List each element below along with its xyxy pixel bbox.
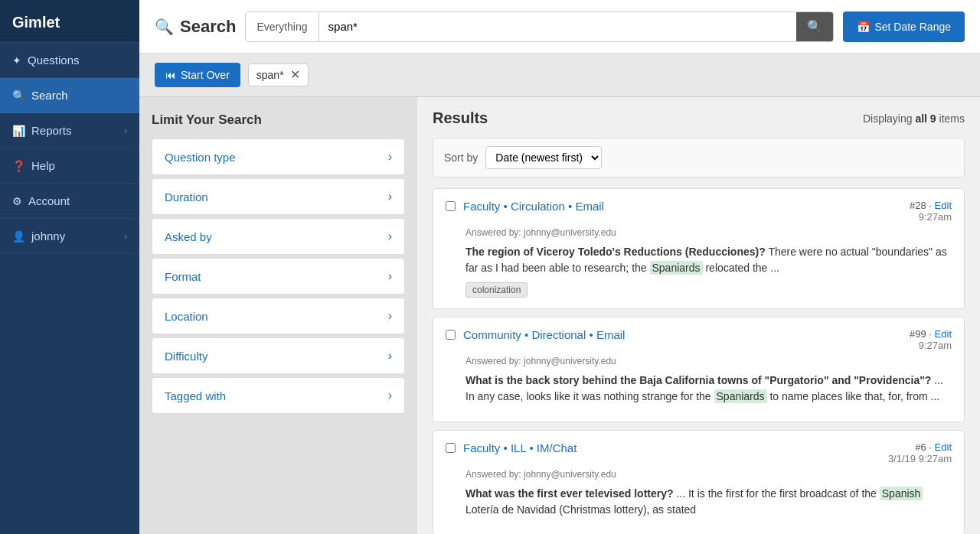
sidebar-item-label-questions: Questions [28,54,80,67]
limit-label-location: Location [165,310,208,323]
page-title: 🔍 Search [155,17,236,37]
result-card-header: Faculty • Circulation • Email #28 · Edit… [446,200,952,223]
search-scope-button[interactable]: Everything [246,12,318,41]
main-content: 🔍 Search Everything 🔍 📅 Set Date Range ⏮… [139,0,980,534]
result-checkbox-2[interactable] [446,330,456,340]
sidebar: Gimlet ✦ Questions 🔍 Search 📊 Reports › … [0,0,139,534]
subheader: ⏮ Start Over span* ✕ [139,54,980,97]
limit-item-tagged-with[interactable]: Tagged with › [152,377,405,414]
result-number-2: #99 · [910,328,935,340]
limit-item-asked-by[interactable]: Asked by › [152,218,405,255]
result-card-right-3: #6 · Edit 3/1/19 9:27am [888,441,952,464]
limit-chevron-question-type: › [388,150,392,164]
result-card-header-3: Faculty • ILL • IM/Chat #6 · Edit 3/1/19… [446,441,952,464]
result-answered-1: Answered by: johnny@university.edu [466,227,952,238]
result-card-header-2: Community • Directional • Email #99 · Ed… [446,328,952,351]
content-area: Limit Your Search Question type › Durati… [139,97,980,534]
limit-label-duration: Duration [165,190,208,204]
limit-panel-title: Limit Your Search [152,112,405,128]
sidebar-item-label-account: Account [28,194,70,207]
limit-chevron-tagged-with: › [388,389,392,402]
result-time-2: 9:27am [910,340,952,351]
limit-label-difficulty: Difficulty [165,350,207,363]
account-icon: ⚙ [12,195,22,207]
limit-label-tagged-with: Tagged with [165,389,226,402]
highlight-1: Spaniards [650,261,703,275]
result-title-link-3[interactable]: Faculty • ILL • IM/Chat [463,441,577,454]
limit-label-question-type: Question type [165,151,236,164]
result-card-right-2: #99 · Edit 9:27am [910,328,952,351]
questions-icon: ✦ [12,54,21,67]
sidebar-item-account[interactable]: ⚙ Account [0,184,139,219]
result-card-3: Faculty • ILL • IM/Chat #6 · Edit 3/1/19… [433,430,965,534]
result-card: Faculty • Circulation • Email #28 · Edit… [433,188,965,309]
result-answered-3: Answered by: johnny@university.edu [466,469,952,480]
limit-item-difficulty[interactable]: Difficulty › [152,337,405,374]
limit-item-question-type[interactable]: Question type › [152,138,405,175]
filter-tag: span* ✕ [248,63,309,86]
highlight-3: Spanish [880,487,923,500]
limit-chevron-asked-by: › [388,230,392,243]
search-title-icon: 🔍 [155,18,174,36]
result-time-3: 3/1/19 9:27am [888,453,952,464]
result-card-right-1: #28 · Edit 9:27am [910,200,952,223]
result-snippet-3: What was the first ever televised lotter… [466,486,952,518]
result-edit-link-3[interactable]: Edit [935,441,952,453]
result-title-link-2[interactable]: Community • Directional • Email [463,328,625,341]
sidebar-item-label-user: johnny [31,230,65,243]
header: 🔍 Search Everything 🔍 📅 Set Date Range [139,0,980,54]
sidebar-item-help[interactable]: ❓ Help [0,148,139,184]
start-over-icon: ⏮ [165,69,176,81]
limit-panel: Limit Your Search Question type › Durati… [139,97,417,534]
result-number-1: #28 · [910,200,935,211]
results-title: Results [433,109,488,127]
limit-chevron-difficulty: › [388,349,392,363]
result-number-3: #6 · [915,441,934,453]
result-edit-link-2[interactable]: Edit [935,328,952,340]
results-panel: Results Displaying all 9 items Sort by D… [417,97,980,534]
result-card-left-3: Faculty • ILL • IM/Chat [446,441,577,454]
start-over-button[interactable]: ⏮ Start Over [155,63,240,87]
sidebar-item-label-search: Search [31,89,68,102]
result-checkbox-1[interactable] [446,201,456,211]
sidebar-item-search[interactable]: 🔍 Search [0,78,139,113]
calendar-icon: 📅 [857,21,870,33]
user-icon: 👤 [12,230,25,243]
sort-row: Sort by Date (newest first) Date (oldest… [433,138,965,177]
result-card-left: Faculty • Circulation • Email [446,200,604,213]
result-checkbox-3[interactable] [446,443,456,453]
limit-label-asked-by: Asked by [165,230,212,243]
limit-chevron-location: › [388,309,392,323]
result-answered-2: Answered by: johnny@university.edu [466,356,952,366]
highlight-2: Spaniards [714,389,767,403]
sidebar-item-label-reports: Reports [31,124,72,137]
result-snippet-1: The region of Viceroy Toledo's Reduction… [466,244,952,276]
result-title-link-1[interactable]: Faculty • Circulation • Email [463,200,604,213]
sidebar-item-reports[interactable]: 📊 Reports › [0,113,139,148]
limit-label-format: Format [165,270,201,283]
sidebar-item-label-help: Help [31,159,55,172]
filter-tag-close-button[interactable]: ✕ [290,69,300,81]
reports-chevron-icon: › [124,125,127,136]
limit-chevron-duration: › [388,190,392,204]
search-input[interactable] [319,12,797,41]
filter-tag-text: span* [256,69,284,81]
result-card-2: Community • Directional • Email #99 · Ed… [433,317,965,422]
limit-item-duration[interactable]: Duration › [152,178,405,215]
sidebar-item-user[interactable]: 👤 johnny › [0,219,139,254]
limit-item-format[interactable]: Format › [152,258,405,295]
user-chevron-icon: › [124,231,127,242]
limit-item-location[interactable]: Location › [152,298,405,334]
result-tag-1[interactable]: colonization [466,282,528,298]
search-submit-button[interactable]: 🔍 [796,12,833,41]
help-icon: ❓ [12,160,25,172]
result-edit-link-1[interactable]: Edit [935,200,952,211]
date-range-button[interactable]: 📅 Set Date Range [843,11,965,42]
results-header: Results Displaying all 9 items [433,109,965,127]
sort-label: Sort by [444,151,478,164]
search-nav-icon: 🔍 [12,90,25,102]
result-card-left-2: Community • Directional • Email [446,328,625,341]
sort-select[interactable]: Date (newest first) Date (oldest first) … [485,146,602,169]
search-submit-icon: 🔍 [807,20,822,33]
sidebar-item-questions[interactable]: ✦ Questions [0,43,139,78]
